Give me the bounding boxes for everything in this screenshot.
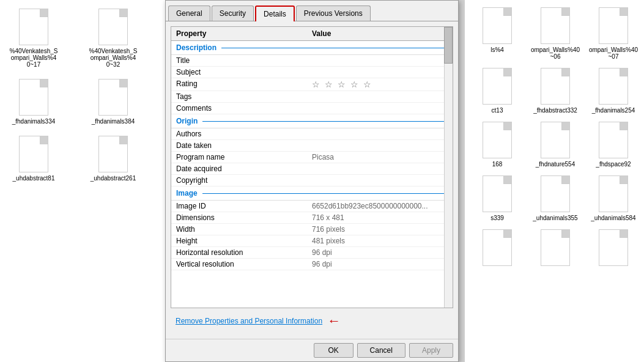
list-item: ompari_Walls%40~06 <box>528 5 583 62</box>
file-icon <box>599 7 628 44</box>
tab-details[interactable]: Details <box>255 6 295 21</box>
file-label: ls%4 <box>490 46 504 53</box>
table-row: Horizontal resolution 96 dpi <box>171 247 453 259</box>
file-label: _uhdabstract261 <box>91 175 136 182</box>
table-row: Program name Picasa <box>171 152 453 163</box>
file-label: _fhdspace92 <box>596 161 631 168</box>
list-item: %40Venkatesh_Sompari_Walls%40~32 <box>86 6 141 70</box>
table-row: Image ID 6652d61bb923ec8500000000000... <box>171 201 453 212</box>
table-row: Copyright <box>171 175 453 187</box>
file-icon <box>599 68 628 105</box>
file-label: _fhdanimals334 <box>12 118 56 125</box>
file-icon <box>541 122 570 158</box>
apply-button[interactable]: Apply <box>409 343 453 358</box>
list-item: ct13 <box>470 65 525 116</box>
right-file-grid: ls%4 ompari_Walls%40~06 ompari_Walls%40~… <box>465 0 644 276</box>
file-icon <box>599 229 628 266</box>
file-label: _uhdanimals584 <box>591 215 635 221</box>
section-description: Description <box>171 41 453 55</box>
remove-link-area: Remove Properties and Personal Informati… <box>171 308 453 334</box>
list-item: 168 <box>470 119 525 170</box>
section-image: Image <box>171 187 453 201</box>
column-property-header: Property <box>176 29 312 38</box>
list-item: _fhdnature554 <box>528 119 583 170</box>
arrow-icon: ← <box>327 313 341 329</box>
properties-dialog: General Security Details Previous Versio… <box>165 0 459 362</box>
table-row: Dimensions 716 x 481 <box>171 212 453 224</box>
table-row: Tags <box>171 91 453 103</box>
file-icon <box>541 175 570 212</box>
left-background: %40Venkatesh_Sompari_Walls%40~17 %40Venk… <box>0 0 165 362</box>
list-item <box>586 227 641 271</box>
list-item: s339 <box>470 173 525 224</box>
column-value-header: Value <box>312 29 448 38</box>
list-item <box>470 227 525 271</box>
list-item: ls%4 <box>470 5 525 62</box>
file-label: ompari_Walls%40~06 <box>531 46 580 60</box>
file-label: _fhdanimals254 <box>592 107 635 114</box>
file-icon <box>483 7 512 44</box>
scrollbar-thumb[interactable] <box>444 27 453 64</box>
file-label: _uhdanimals355 <box>533 215 577 221</box>
list-item: _uhdanimals584 <box>586 173 641 224</box>
file-icon <box>19 79 48 116</box>
tab-security[interactable]: Security <box>212 6 254 21</box>
file-label: ct13 <box>492 107 503 114</box>
file-icon <box>599 175 628 212</box>
list-item: _fhdspace92 <box>586 119 641 170</box>
file-label: %40Venkatesh_Sompari_Walls%40~32 <box>89 48 138 68</box>
file-label: s339 <box>490 215 504 221</box>
dialog-buttons: OK Cancel Apply <box>166 339 458 361</box>
list-item <box>528 227 583 271</box>
list-item: _fhdanimals384 <box>86 76 141 127</box>
tab-general[interactable]: General <box>168 6 210 21</box>
file-label: _fhdanimals384 <box>92 118 135 125</box>
file-label: _uhdabstract81 <box>13 175 55 182</box>
file-icon <box>19 136 48 172</box>
file-icon <box>98 136 128 172</box>
list-item: _fhdanimals334 <box>6 76 61 127</box>
properties-table: Property Value Description Title Subject <box>171 26 453 308</box>
file-icon <box>541 229 570 266</box>
file-label: %40Venkatesh_Sompari_Walls%40~17 <box>10 48 58 68</box>
file-label: _fhdabstract332 <box>533 107 577 114</box>
file-icon <box>483 229 512 266</box>
list-item: _fhdanimals254 <box>586 65 641 116</box>
table-row: Authors <box>171 128 453 140</box>
scrollbar-track[interactable] <box>444 27 453 308</box>
list-item: %40Venkatesh_Sompari_Walls%40~17 <box>6 6 61 70</box>
ok-button[interactable]: OK <box>314 343 353 358</box>
table-row: Title <box>171 55 453 67</box>
cancel-button[interactable]: Cancel <box>357 343 405 358</box>
tab-bar: General Security Details Previous Versio… <box>166 1 458 21</box>
file-label: _fhdnature554 <box>536 161 576 168</box>
file-label: ompari_Walls%40~07 <box>589 46 638 60</box>
table-row: Rating ☆ ☆ ☆ ☆ ☆ <box>171 78 453 91</box>
table-row: Date taken <box>171 140 453 152</box>
file-icon <box>98 79 128 116</box>
table-row: Height 481 pixels <box>171 235 453 247</box>
table-row: Date acquired <box>171 163 453 175</box>
remove-properties-link[interactable]: Remove Properties and Personal Informati… <box>176 317 322 325</box>
list-item: _uhdabstract261 <box>86 133 141 184</box>
table-row: Comments <box>171 103 453 114</box>
list-item: _fhdabstract332 <box>528 65 583 116</box>
list-item: ompari_Walls%40~07 <box>586 5 641 62</box>
table-body: Description Title Subject Rating ☆ ☆ ☆ ☆… <box>171 41 453 305</box>
tab-previous-versions[interactable]: Previous Versions <box>296 6 371 21</box>
file-label: 168 <box>492 161 503 168</box>
file-icon <box>599 122 628 158</box>
file-icon <box>483 175 512 212</box>
file-icon <box>483 68 512 105</box>
list-item: _uhdanimals355 <box>528 173 583 224</box>
file-icon <box>483 122 512 158</box>
list-item: _uhdabstract81 <box>6 133 61 184</box>
file-icon <box>541 68 570 105</box>
section-origin: Origin <box>171 114 453 128</box>
file-icon <box>541 7 570 44</box>
right-background: ls%4 ompari_Walls%40~06 ompari_Walls%40~… <box>465 0 644 362</box>
file-icon <box>98 9 128 45</box>
table-row: Subject <box>171 67 453 78</box>
table-row: Width 716 pixels <box>171 224 453 235</box>
table-header: Property Value <box>171 27 453 41</box>
